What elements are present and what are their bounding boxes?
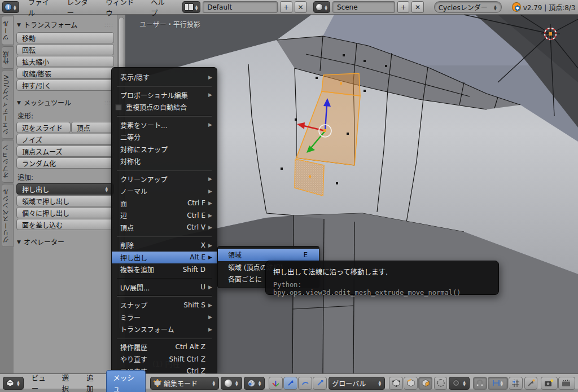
close-scene-button[interactable]: ✕ — [411, 1, 424, 13]
scene-icon-button[interactable]: ▲▼ — [313, 1, 330, 13]
menu-item-mirror[interactable]: ミラー▶ — [112, 311, 217, 324]
submenu-item-region[interactable]: 領域E▶ — [218, 249, 319, 261]
menu-item-faces[interactable]: 面Ctrl F▶ — [112, 197, 217, 210]
button-inset-faces[interactable]: 面を差し込む — [16, 219, 114, 230]
menu-item-edges[interactable]: 辺Ctrl E▶ — [112, 209, 217, 222]
menu-item-snap[interactable]: スナップShift S▶ — [112, 299, 217, 311]
menu-item-show-hide[interactable]: 表示/隠す▶ — [112, 71, 217, 83]
panel-grip-icon[interactable]: :::: — [104, 22, 113, 28]
scene-field[interactable]: Scene — [332, 1, 395, 13]
menu-item-vertices[interactable]: 頂点Ctrl V▶ — [112, 222, 217, 234]
menu-item-label: 対称にスナップ — [120, 144, 168, 154]
editor-type-selector[interactable]: i ▲▼ — [2, 1, 19, 13]
button-extrude-individual[interactable]: 個々に押し出し — [16, 207, 114, 218]
viewport-shading-select[interactable]: ▲▼ — [221, 377, 242, 390]
menu-select[interactable]: 選択 — [56, 371, 80, 392]
tab-options[interactable]: オプション — [2, 140, 14, 183]
button-scale[interactable]: 拡大縮小 — [16, 56, 114, 67]
button-vertex-slide[interactable]: 頂点 — [71, 122, 114, 133]
menu-item-automerge[interactable]: 重複頂点の自動結合▶ — [112, 101, 217, 113]
translate-manipulator-button[interactable] — [283, 377, 297, 390]
tab-shading-uv[interactable]: シェーディング/UV — [2, 70, 14, 139]
button-edge-slide[interactable]: 辺をスライド — [16, 122, 71, 133]
limit-selection-button[interactable] — [434, 377, 447, 390]
panel-header-operator[interactable]: ▼ オペレーター — [17, 237, 113, 246]
menu-separator — [117, 116, 212, 117]
button-rotate[interactable]: 回転 — [16, 44, 114, 55]
tab-create[interactable]: 作成 — [2, 46, 14, 69]
mesh-context-menu: 表示/隠す▶プロポーショナル編集▶重複頂点の自動結合▶要素をソート...▶二等分… — [111, 67, 217, 373]
face-select-mode-button[interactable] — [418, 377, 432, 390]
menu-window[interactable]: ウィンドウ — [99, 0, 144, 18]
menu-add[interactable]: 追加 — [80, 371, 104, 392]
editor-type-button[interactable]: ▲▼ — [3, 377, 24, 390]
button-push-pull[interactable]: 押す/引く — [16, 80, 114, 91]
menu-item-proportional-edit[interactable]: プロポーショナル編集▶ — [112, 89, 217, 102]
menu-file[interactable]: ファイル — [21, 0, 60, 18]
pivot-center-select[interactable]: ▲▼ — [244, 377, 265, 390]
render-animation-button[interactable] — [558, 377, 575, 390]
menu-item-symmetrize[interactable]: 対称化▶ — [112, 155, 217, 168]
version-stats-text: v2.79 | 頂点:8/32 — [523, 2, 576, 12]
render-engine-select[interactable]: Cyclesレンダー ▲▼ — [434, 1, 502, 13]
button-randomize[interactable]: ランダム化 — [16, 157, 114, 169]
panel-header-transform[interactable]: ▼ トランスフォーム :::: — [17, 20, 113, 29]
menu-help[interactable]: ヘルプ — [144, 0, 177, 18]
screen-layout-icon-button[interactable]: ▲▼ — [182, 1, 201, 13]
menu-render[interactable]: レンダー — [60, 0, 99, 18]
button-vertex-smooth[interactable]: 頂点スムーズ — [16, 146, 114, 157]
submenu-arrow-icon: ▶ — [207, 302, 212, 308]
button-extrude[interactable]: 押し出し▲▼ — [16, 183, 114, 195]
menu-item-delete[interactable]: 削除X▶ — [112, 239, 217, 252]
menu-item-bisect[interactable]: 二等分▶ — [112, 131, 217, 143]
button-noise[interactable]: ノイズ — [16, 134, 114, 145]
menu-item-redo-history[interactable]: 操作履歴Ctrl Alt Z▶ — [112, 341, 217, 354]
stepper-icon: ▲▼ — [195, 5, 199, 10]
magnet-icon — [476, 379, 484, 387]
menu-item-label: 辺 — [120, 210, 127, 220]
checkbox-icon[interactable] — [115, 104, 122, 111]
screen-layout-field[interactable]: Default — [203, 1, 278, 13]
close-layout-button[interactable]: ✕ — [295, 1, 307, 13]
tooltip-text: 押し出して法線に沿って移動します. — [273, 266, 491, 277]
menu-item-label: 各面ごとに — [228, 274, 262, 284]
submenu-arrow-icon: ▶ — [207, 254, 212, 260]
add-layout-button[interactable]: + — [280, 1, 292, 13]
button-translate[interactable]: 移動 — [16, 32, 114, 43]
menu-item-duplicate[interactable]: 複製を追加Shift D▶ — [112, 263, 217, 276]
tab-tools[interactable]: ツール — [2, 16, 14, 45]
menu-item-normals[interactable]: ノーマル▶ — [112, 185, 217, 197]
scale-manipulator-button[interactable] — [313, 377, 327, 390]
tab-grease-pencil[interactable]: グリースペンシル — [2, 184, 14, 247]
proportional-edit-select[interactable]: ▲▼ — [449, 377, 470, 390]
snap-toggle-button[interactable] — [473, 377, 487, 390]
shaded-sphere-icon — [224, 379, 233, 387]
menu-separator — [117, 170, 212, 171]
button-shrink-fatten[interactable]: 収縮/膨張 — [16, 68, 114, 79]
snap-element-select[interactable]: ▲▼ — [488, 377, 508, 390]
menu-shortcut: Ctrl F — [187, 199, 205, 207]
menu-item-sort-elements[interactable]: 要素をソート...▶ — [112, 119, 217, 131]
submenu-arrow-icon: ▶ — [207, 188, 212, 194]
menu-item-redo[interactable]: やり直すShift Ctrl Z▶ — [112, 353, 217, 365]
menu-item-extrude[interactable]: 押し出しAlt E▶ — [112, 252, 217, 264]
mode-select[interactable]: 編集モード ▲▼ — [150, 377, 219, 390]
vertex-select-mode-button[interactable] — [389, 377, 403, 390]
button-extrude-region[interactable]: 領域で押し出し — [16, 195, 114, 206]
snap-target-button[interactable] — [509, 377, 523, 390]
edge-select-mode-button[interactable] — [404, 377, 418, 390]
menu-item-uv-unwrap[interactable]: UV展開...U▶ — [112, 281, 217, 294]
menu-mesh[interactable]: メッシュ — [106, 370, 146, 392]
menu-item-transform[interactable]: トランスフォーム▶ — [112, 323, 217, 336]
orientation-select[interactable]: グローバル ▲▼ — [329, 377, 385, 390]
menu-view[interactable]: ビュー — [25, 371, 56, 392]
manipulator-toggle-button[interactable] — [269, 377, 283, 390]
panel-header-mesh-tools[interactable]: ▼ メッシュツール :::: — [17, 98, 113, 107]
manipulate-center-points-button[interactable] — [524, 377, 537, 390]
menu-item-label: ノーマル — [120, 186, 147, 196]
menu-item-snap-to-symmetry[interactable]: 対称にスナップ▶ — [112, 143, 217, 156]
rotate-manipulator-button[interactable] — [298, 377, 312, 390]
menu-item-cleanup[interactable]: クリーンアップ▶ — [112, 173, 217, 186]
render-still-button[interactable] — [541, 377, 558, 390]
add-scene-button[interactable]: + — [397, 1, 410, 13]
